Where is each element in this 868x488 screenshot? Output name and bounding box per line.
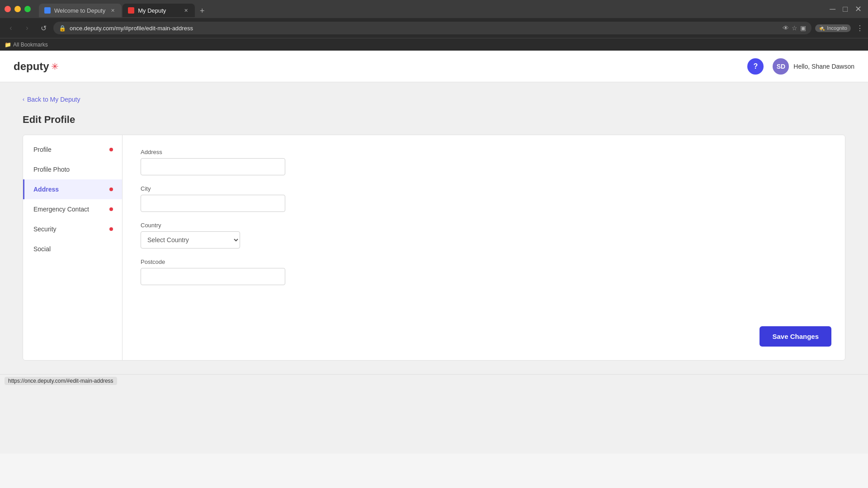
tab-favicon: [128, 7, 134, 14]
postcode-input[interactable]: [141, 268, 285, 285]
address-input[interactable]: [141, 158, 285, 175]
sidebar-item-label: Profile: [33, 146, 52, 153]
help-button[interactable]: ?: [747, 58, 764, 75]
incognito-icon: 🕵: [819, 25, 825, 31]
help-icon: ?: [753, 62, 758, 70]
sidebar-item-label: Emergency Contact: [33, 206, 89, 213]
sidebar-item-social[interactable]: Social: [23, 239, 122, 259]
required-dot-icon: [109, 188, 113, 191]
save-changes-button[interactable]: Save Changes: [760, 326, 831, 347]
maximize-button[interactable]: [24, 6, 31, 12]
logo-text: deputy: [14, 60, 49, 73]
back-link-label: Back to My Deputy: [27, 96, 80, 103]
address-field-group: Address: [141, 149, 827, 175]
back-chevron-icon: ‹: [23, 96, 24, 103]
tab-favicon: [44, 7, 51, 14]
restore-icon[interactable]: □: [843, 5, 848, 14]
url-text: once.deputy.com/my/#profile/edit-main-ad…: [70, 25, 779, 32]
country-label: Country: [141, 222, 827, 229]
tab-label: My Deputy: [138, 7, 166, 14]
close-icon[interactable]: ✕: [855, 4, 862, 14]
logo: deputy ✳: [14, 60, 59, 73]
browser-chrome: Welcome to Deputy ✕ My Deputy ✕ + ─ □ ✕ …: [0, 0, 868, 454]
page-content: deputy ✳ ? SD Hello, Shane Dawson ‹ Back…: [0, 51, 868, 454]
tab-my-deputy[interactable]: My Deputy ✕: [123, 4, 195, 17]
city-field-group: City: [141, 185, 827, 212]
city-input[interactable]: [141, 195, 285, 212]
back-link[interactable]: ‹ Back to My Deputy: [23, 96, 845, 103]
forward-nav-button[interactable]: ›: [21, 22, 33, 34]
bookmarks-folder-icon: 📁: [5, 42, 11, 48]
user-section: SD Hello, Shane Dawson: [773, 58, 854, 75]
sidebar-item-label: Security: [33, 225, 57, 233]
required-dot-icon: [109, 207, 113, 211]
address-bar-icons: 👁 ☆ ▣: [783, 24, 806, 32]
sidebar-nav: Profile Profile Photo Address Emergency …: [23, 135, 123, 360]
tab-welcome-to-deputy[interactable]: Welcome to Deputy ✕: [39, 4, 122, 17]
more-options-icon[interactable]: ⋮: [856, 24, 863, 33]
minimize-icon[interactable]: ─: [830, 5, 835, 14]
refresh-button[interactable]: ↺: [37, 22, 50, 34]
required-dot-icon: [109, 148, 113, 151]
sidebar-item-label: Social: [33, 245, 51, 253]
eye-off-icon[interactable]: 👁: [783, 24, 789, 32]
sidebar-icon[interactable]: ▣: [800, 24, 806, 32]
user-greeting: Hello, Shane Dawson: [793, 63, 854, 70]
form-area: Address City Country Select Country Aust…: [123, 135, 845, 360]
sidebar-item-profile-photo[interactable]: Profile Photo: [23, 160, 122, 179]
country-select[interactable]: Select Country Australia United States U…: [141, 231, 240, 249]
bookmarks-bar: 📁 All Bookmarks: [0, 38, 868, 51]
address-bar[interactable]: 🔒 once.deputy.com/my/#profile/edit-main-…: [53, 22, 811, 34]
address-label: Address: [141, 149, 827, 155]
avatar: SD: [773, 58, 789, 75]
sidebar-item-label: Profile Photo: [33, 166, 70, 173]
status-bar: https://once.deputy.com/#edit-main-addre…: [0, 374, 868, 387]
logo-star-icon: ✳: [51, 61, 59, 72]
postcode-label: Postcode: [141, 258, 827, 265]
incognito-label: Incognito: [827, 25, 847, 31]
window-controls: [5, 6, 31, 12]
status-url: https://once.deputy.com/#edit-main-addre…: [5, 377, 117, 385]
postcode-field-group: Postcode: [141, 258, 827, 285]
minimize-button[interactable]: [14, 6, 21, 12]
tab-close-button[interactable]: ✕: [109, 7, 116, 14]
browser-titlebar: Welcome to Deputy ✕ My Deputy ✕ + ─ □ ✕: [0, 0, 868, 18]
main-content: ‹ Back to My Deputy Edit Profile Profile…: [0, 82, 868, 374]
tab-bar: Welcome to Deputy ✕ My Deputy ✕ +: [34, 1, 826, 17]
bookmarks-label: All Bookmarks: [13, 42, 48, 48]
app-header: deputy ✳ ? SD Hello, Shane Dawson: [0, 51, 868, 82]
star-icon[interactable]: ☆: [792, 24, 797, 32]
close-button[interactable]: [5, 6, 11, 12]
browser-nav: ‹ › ↺ 🔒 once.deputy.com/my/#profile/edit…: [0, 18, 868, 38]
back-nav-button[interactable]: ‹: [5, 22, 17, 34]
page-title: Edit Profile: [23, 114, 845, 126]
country-field-group: Country Select Country Australia United …: [141, 222, 827, 249]
new-tab-button[interactable]: +: [196, 5, 208, 17]
tab-label: Welcome to Deputy: [54, 7, 105, 14]
tab-close-button[interactable]: ✕: [182, 7, 189, 14]
incognito-badge[interactable]: 🕵 Incognito: [815, 24, 851, 32]
edit-card: Profile Profile Photo Address Emergency …: [23, 135, 845, 361]
lock-icon: 🔒: [59, 25, 66, 32]
required-dot-icon: [109, 227, 113, 231]
sidebar-item-label: Address: [33, 186, 59, 193]
sidebar-item-emergency-contact[interactable]: Emergency Contact: [23, 199, 122, 219]
sidebar-item-security[interactable]: Security: [23, 219, 122, 239]
header-right: ? SD Hello, Shane Dawson: [747, 58, 854, 75]
sidebar-item-address[interactable]: Address: [23, 179, 122, 199]
bookmarks-text: 📁 All Bookmarks: [5, 42, 48, 48]
city-label: City: [141, 185, 827, 192]
sidebar-item-profile[interactable]: Profile: [23, 140, 122, 160]
